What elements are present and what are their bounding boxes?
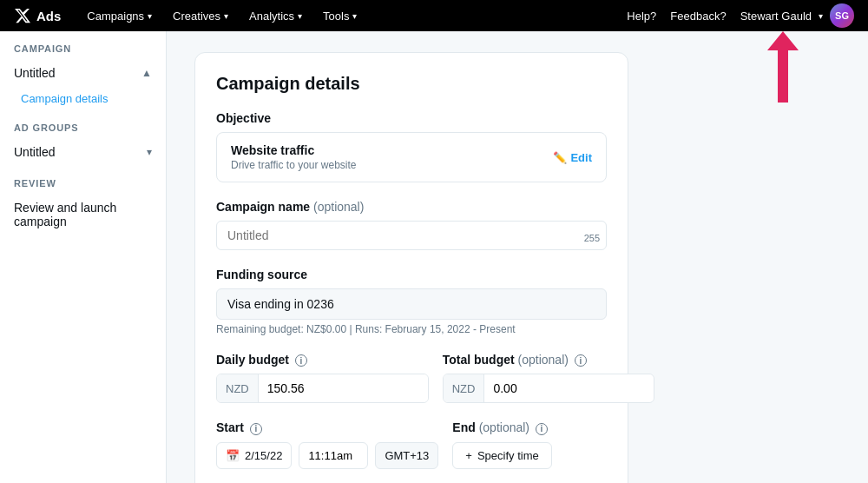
main-content: Campaign details Objective Website traff…	[167, 31, 868, 483]
start-section: Start i 📅 2/15/22 GMT+13	[216, 420, 438, 468]
feedback-link[interactable]: Feedback?	[670, 10, 726, 23]
end-label: End (optional) i	[452, 420, 607, 434]
edit-objective-button[interactable]: ✏️ Edit	[553, 151, 592, 164]
sidebar-section-review: REVIEW	[0, 166, 166, 194]
daily-budget-info-icon[interactable]: i	[295, 354, 307, 367]
daily-budget-section: Daily budget i NZD	[216, 353, 429, 403]
start-date-input[interactable]: 📅 2/15/22	[216, 442, 292, 469]
funding-source-desc: Remaining budget: NZ$0.00 | Runs: Februa…	[216, 323, 607, 335]
plus-icon: +	[465, 449, 472, 462]
total-budget-label: Total budget (optional) i	[443, 353, 655, 367]
chevron-down-icon: ▾	[298, 11, 302, 21]
specify-time-button[interactable]: + Specify time	[452, 442, 551, 469]
brand-label: Ads	[36, 9, 61, 23]
daily-budget-currency: NZD	[217, 374, 259, 402]
start-time-input[interactable]	[299, 442, 368, 469]
user-chevron-icon: ▾	[819, 11, 823, 21]
objective-section: Objective Website traffic Drive traffic …	[216, 111, 607, 182]
objective-label: Objective	[216, 111, 607, 125]
total-budget-currency: NZD	[444, 374, 485, 402]
total-budget-input-wrap: NZD	[443, 374, 655, 403]
total-budget-section: Total budget (optional) i NZD	[443, 353, 655, 403]
objective-info: Website traffic Drive traffic to your we…	[231, 143, 357, 171]
sidebar-item-campaign[interactable]: Untitled ▲	[0, 59, 166, 87]
timezone-display: GMT+13	[375, 442, 438, 469]
daily-budget-input-wrap: NZD	[216, 374, 429, 403]
funding-source-label: Funding source	[216, 268, 607, 281]
start-datetime-row: 📅 2/15/22 GMT+13	[216, 442, 438, 469]
chevron-down-icon: ▾	[224, 11, 228, 21]
user-menu[interactable]: Stewart Gauld ▾ SG	[740, 3, 854, 28]
budget-row: Daily budget i NZD Total budget (optiona…	[216, 353, 607, 420]
user-name: Stewart Gauld	[740, 10, 812, 23]
sidebar-item-review[interactable]: Review and launch campaign	[0, 194, 166, 235]
help-link[interactable]: Help?	[627, 10, 656, 23]
campaign-name-input-wrap: 255	[216, 221, 607, 250]
objective-desc: Drive traffic to your website	[231, 159, 357, 171]
calendar-icon: 📅	[226, 449, 240, 462]
campaign-name-section: Campaign name (optional) 255	[216, 200, 607, 250]
nav-tools[interactable]: Tools ▾	[314, 6, 365, 26]
sidebar-item-campaign-details[interactable]: Campaign details	[0, 87, 166, 110]
total-budget-input[interactable]	[484, 374, 654, 402]
chevron-up-icon: ▲	[141, 67, 152, 79]
end-info-icon[interactable]: i	[536, 423, 548, 435]
nav-analytics[interactable]: Analytics ▾	[240, 6, 311, 26]
nav-campaigns[interactable]: Campaigns ▾	[78, 6, 161, 26]
sidebar: CAMPAIGN Untitled ▲ Campaign details AD …	[0, 31, 167, 483]
char-count: 255	[584, 233, 600, 243]
total-budget-info-icon[interactable]: i	[575, 354, 587, 367]
funding-source-select[interactable]: Visa ending in 0236	[216, 288, 607, 320]
campaign-name-input[interactable]	[216, 221, 607, 250]
objective-box: Website traffic Drive traffic to your we…	[216, 132, 607, 182]
start-label: Start i	[216, 420, 438, 434]
chevron-down-icon: ▾	[147, 146, 152, 158]
end-section: End (optional) i + Specify time	[452, 420, 607, 468]
topnav-menu: Campaigns ▾ Creatives ▾ Analytics ▾ Tool…	[78, 6, 627, 26]
pencil-icon: ✏️	[553, 151, 567, 164]
sidebar-section-adgroups: AD GROUPS	[0, 110, 166, 138]
chevron-down-icon: ▾	[148, 11, 152, 21]
avatar: SG	[830, 3, 854, 28]
nav-creatives[interactable]: Creatives ▾	[164, 6, 237, 26]
objective-title: Website traffic	[231, 143, 357, 157]
sidebar-item-adgroups[interactable]: Untitled ▾	[0, 138, 166, 166]
campaign-details-card: Campaign details Objective Website traff…	[194, 52, 628, 483]
sidebar-section-campaign: CAMPAIGN	[0, 31, 166, 59]
topnav-right: Help? Feedback? Stewart Gauld ▾ SG	[627, 3, 854, 28]
campaign-name-label: Campaign name (optional)	[216, 200, 607, 214]
start-end-row: Start i 📅 2/15/22 GMT+13	[216, 420, 607, 483]
brand[interactable]: Ads	[14, 7, 61, 24]
daily-budget-label: Daily budget i	[216, 353, 429, 367]
funding-source-section: Funding source Visa ending in 0236 Remai…	[216, 268, 607, 335]
twitter-icon	[14, 7, 31, 24]
start-info-icon[interactable]: i	[250, 423, 262, 435]
daily-budget-input[interactable]	[259, 374, 428, 402]
chevron-down-icon: ▾	[352, 11, 357, 21]
topnav: Ads Campaigns ▾ Creatives ▾ Analytics ▾ …	[0, 0, 868, 31]
card-title: Campaign details	[216, 74, 607, 94]
